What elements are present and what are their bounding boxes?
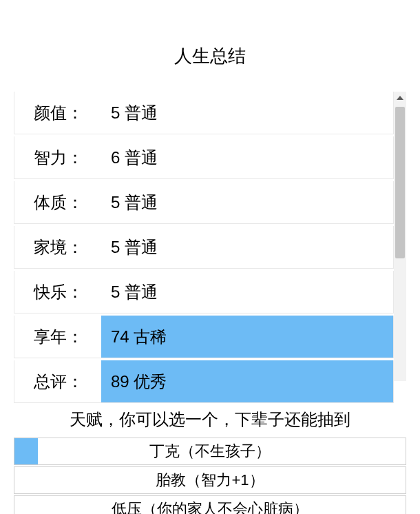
scrollbar-up-icon[interactable]: [394, 92, 406, 104]
stat-value: 5 普通: [101, 226, 393, 268]
talent-item-lowpressure[interactable]: 低压（你的家人不会心脏病）: [14, 495, 406, 514]
stat-label: 快乐：: [14, 281, 101, 303]
stat-value: 5 普通: [101, 181, 393, 223]
talent-label: 丁克（不生孩子）: [149, 441, 271, 462]
stats-area: 颜值： 5 普通 智力： 6 普通 体质： 5 普通 家境： 5 普通 快乐： …: [0, 92, 420, 403]
talent-list: 丁克（不生孩子） 胎教（智力+1） 低压（你的家人不会心脏病）: [14, 438, 406, 514]
talent-label: 胎教（智力+1）: [156, 470, 264, 491]
stat-label: 总评：: [14, 371, 101, 393]
talent-item-dink[interactable]: 丁克（不生孩子）: [14, 438, 406, 465]
stat-row-strength: 体质： 5 普通: [14, 181, 394, 224]
stat-row-intelligence: 智力： 6 普通: [14, 136, 394, 179]
stat-label: 家境：: [14, 236, 101, 258]
stat-value: 5 普通: [101, 92, 393, 134]
stat-label: 享年：: [14, 326, 101, 348]
talent-selected-mark: [14, 438, 38, 464]
stat-label: 颜值：: [14, 102, 101, 124]
stat-value: 6 普通: [101, 136, 393, 178]
stat-value: 5 普通: [101, 271, 393, 313]
talent-item-prenatal[interactable]: 胎教（智力+1）: [14, 466, 406, 494]
stat-row-age: 享年： 74 古稀: [14, 316, 394, 358]
talent-section: 天赋，你可以选一个，下辈子还能抽到 丁克（不生孩子） 胎教（智力+1） 低压（你…: [0, 409, 420, 514]
stat-row-money: 家境： 5 普通: [14, 226, 394, 269]
scrollbar[interactable]: [394, 92, 406, 381]
talent-label: 低压（你的家人不会心脏病）: [112, 499, 308, 514]
stat-row-overall: 总评： 89 优秀: [14, 360, 394, 403]
stat-value: 74 古稀: [101, 316, 393, 358]
summary-container: 人生总结 颜值： 5 普通 智力： 6 普通 体质： 5 普通 家境： 5 普通…: [0, 0, 420, 514]
stat-row-appearance: 颜值： 5 普通: [14, 92, 394, 134]
stat-row-spirit: 快乐： 5 普通: [14, 271, 394, 313]
stat-label: 体质：: [14, 192, 101, 214]
stat-value: 89 优秀: [101, 360, 393, 402]
stat-label: 智力：: [14, 147, 101, 169]
stats-list: 颜值： 5 普通 智力： 6 普通 体质： 5 普通 家境： 5 普通 快乐： …: [14, 92, 394, 403]
page-title: 人生总结: [0, 44, 420, 68]
talent-title: 天赋，你可以选一个，下辈子还能抽到: [0, 409, 420, 431]
scrollbar-thumb[interactable]: [395, 107, 405, 258]
